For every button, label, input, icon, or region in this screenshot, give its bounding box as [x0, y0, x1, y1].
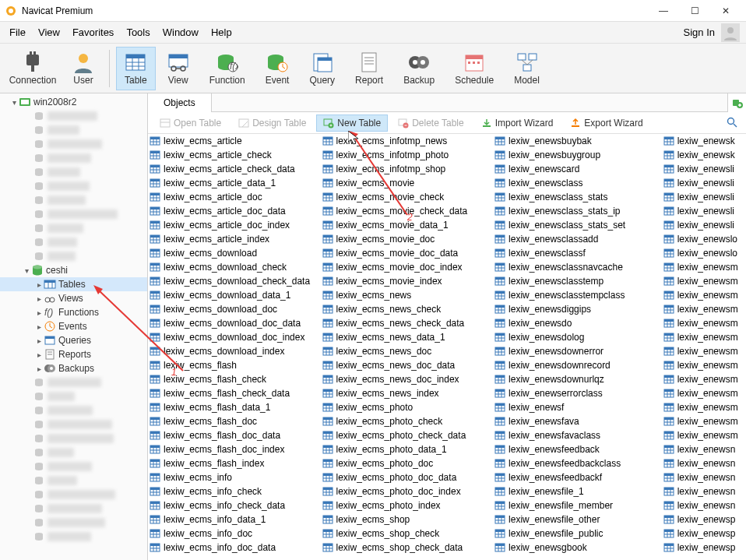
table-item[interactable]: lexiw_ecms_news: [321, 288, 494, 302]
ribbon-function-button[interactable]: f(x)Function: [201, 47, 254, 90]
tree-blurred-item[interactable]: [0, 123, 147, 137]
maximize-button[interactable]: ☐: [679, 0, 710, 22]
table-item[interactable]: lexiw_enewsm: [662, 386, 746, 400]
table-item[interactable]: lexiw_enewsli: [662, 176, 746, 190]
table-item[interactable]: lexiw_enewsm: [662, 260, 746, 274]
table-item[interactable]: lexiw_ecms_info: [148, 470, 321, 484]
ribbon-table-button[interactable]: Table: [116, 47, 156, 90]
table-item[interactable]: lexiw_ecms_flash_doc_index: [148, 442, 321, 456]
table-item[interactable]: lexiw_enewsli: [662, 162, 746, 176]
tree-node-backups[interactable]: ▸Backups: [0, 361, 147, 375]
ribbon-connection-button[interactable]: Connection: [5, 47, 61, 90]
table-item[interactable]: lexiw_ecms_movie_check_data: [321, 204, 494, 218]
menu-window[interactable]: Window: [157, 23, 205, 41]
table-item[interactable]: lexiw_ecms_info_doc_data: [148, 541, 321, 555]
table-item[interactable]: lexiw_enewsn: [662, 442, 746, 456]
table-item[interactable]: lexiw_enewsfile_member: [493, 498, 662, 512]
tab-objects[interactable]: Objects: [148, 93, 212, 112]
tree-connection-root[interactable]: ▾ win2008r2: [0, 95, 147, 109]
tree-node-views[interactable]: ▸Views: [0, 291, 147, 305]
table-item[interactable]: lexiw_enewsfile_1: [493, 484, 662, 498]
tree-blurred-item[interactable]: [0, 403, 147, 417]
table-item[interactable]: lexiw_ecms_download_doc_index: [148, 330, 321, 344]
table-item[interactable]: lexiw_enewsm: [662, 428, 746, 442]
table-item[interactable]: lexiw_ecms_info_data_1: [148, 512, 321, 527]
table-item[interactable]: lexiw_enewsm: [662, 414, 746, 428]
table-item[interactable]: lexiw_enewsfile_other: [493, 512, 662, 527]
ribbon-event-button[interactable]: Event: [257, 47, 298, 90]
tree-blurred-item[interactable]: [0, 488, 147, 502]
table-item[interactable]: lexiw_ecms_movie_doc_index: [321, 260, 494, 274]
table-item[interactable]: lexiw_ecms_download_check: [148, 260, 321, 274]
tree-blurred-item[interactable]: [0, 165, 147, 179]
table-item[interactable]: lexiw_enewsm: [662, 400, 746, 414]
table-item[interactable]: lexiw_ecms_download_index: [148, 344, 321, 358]
table-item[interactable]: lexiw_ecms_flash_data_1: [148, 400, 321, 414]
table-item[interactable]: lexiw_ecms_download: [148, 246, 321, 260]
table-item[interactable]: lexiw_ecms_photo: [321, 400, 494, 414]
table-item[interactable]: lexiw_enewsm: [662, 358, 746, 372]
table-item[interactable]: lexiw_enewsk: [662, 148, 746, 162]
tree-blurred-item[interactable]: [0, 207, 147, 221]
table-item[interactable]: lexiw_ecms_news_doc_index: [321, 372, 494, 386]
table-item[interactable]: lexiw_enewsn: [662, 498, 746, 512]
tree-blurred-item[interactable]: [0, 179, 147, 193]
table-item[interactable]: lexiw_ecms_download_doc_data: [148, 316, 321, 330]
table-item[interactable]: lexiw_ecms_photo_data_1: [321, 442, 494, 456]
close-button[interactable]: ✕: [710, 0, 741, 22]
table-item[interactable]: lexiw_ecms_photo_doc_index: [321, 484, 494, 498]
open-table-button[interactable]: Open Table: [153, 114, 228, 132]
tree-blurred-item[interactable]: [0, 431, 147, 446]
tree-node-tables[interactable]: ▸Tables: [0, 277, 147, 291]
menu-view[interactable]: View: [32, 23, 66, 41]
ribbon-user-button[interactable]: User: [64, 47, 103, 90]
table-item[interactable]: lexiw_enewsk: [662, 134, 746, 148]
table-item[interactable]: lexiw_ecms_info_check: [148, 484, 321, 498]
table-item[interactable]: lexiw_ecms_article_check: [148, 148, 321, 162]
new-table-button[interactable]: New Table: [316, 114, 388, 132]
table-item[interactable]: lexiw_ecms_article_doc_index: [148, 218, 321, 232]
tree-node-functions[interactable]: ▸f()Functions: [0, 305, 147, 319]
table-item[interactable]: lexiw_enewsdo: [493, 316, 662, 330]
table-item[interactable]: lexiw_enewsclass_stats: [493, 190, 662, 204]
tree-blurred-item[interactable]: [0, 221, 147, 235]
table-item[interactable]: lexiw_enewsfeedbackf: [493, 470, 662, 484]
ribbon-backup-button[interactable]: Backup: [395, 47, 443, 90]
table-item[interactable]: lexiw_enewsbuygroup: [493, 148, 662, 162]
table-item[interactable]: lexiw_ecms_download_doc: [148, 302, 321, 316]
tree-blurred-item[interactable]: [0, 460, 147, 474]
tree-blurred-item[interactable]: [0, 137, 147, 151]
table-item[interactable]: lexiw_ecms_article: [148, 134, 321, 148]
table-item[interactable]: lexiw_enewsm: [662, 344, 746, 358]
table-item[interactable]: lexiw_enewsclassf: [493, 246, 662, 260]
table-item[interactable]: lexiw_enewsn: [662, 484, 746, 498]
table-item[interactable]: lexiw_enewsf: [493, 400, 662, 414]
table-item[interactable]: lexiw_enewsdownerror: [493, 344, 662, 358]
table-item[interactable]: lexiw_ecms_flash_check_data: [148, 386, 321, 400]
table-item[interactable]: lexiw_ecms_download_data_1: [148, 288, 321, 302]
table-item[interactable]: lexiw_enewsclass_stats_set: [493, 218, 662, 232]
table-item[interactable]: lexiw_enewsfavaclass: [493, 428, 662, 442]
table-item[interactable]: lexiw_ecms_movie_doc: [321, 232, 494, 246]
tree-blurred-item[interactable]: [0, 446, 147, 460]
menu-file[interactable]: File: [3, 23, 32, 41]
ribbon-report-button[interactable]: Report: [347, 47, 392, 90]
table-item[interactable]: lexiw_ecms_news_doc_data: [321, 358, 494, 372]
table-item[interactable]: lexiw_ecms_infotmp_shop: [321, 162, 494, 176]
table-item[interactable]: lexiw_enewsp: [662, 541, 746, 555]
table-item[interactable]: lexiw_enewsclass: [493, 176, 662, 190]
table-item[interactable]: lexiw_enewsdownrecord: [493, 358, 662, 372]
table-item[interactable]: lexiw_ecms_news_data_1: [321, 330, 494, 344]
table-item[interactable]: lexiw_ecms_article_doc_data: [148, 204, 321, 218]
search-button[interactable]: [726, 116, 740, 130]
table-item[interactable]: lexiw_enewsfeedbackclass: [493, 456, 662, 470]
table-item[interactable]: lexiw_enewsm: [662, 330, 746, 344]
table-item[interactable]: lexiw_enewsdolog: [493, 330, 662, 344]
tree-blurred-item[interactable]: [0, 249, 147, 263]
table-item[interactable]: lexiw_ecms_infotmp_photo: [321, 148, 494, 162]
tree-blurred-item[interactable]: [0, 109, 147, 123]
table-item[interactable]: lexiw_enewsclassnavcache: [493, 260, 662, 274]
table-item[interactable]: lexiw_enewsli: [662, 204, 746, 218]
menu-help[interactable]: Help: [205, 23, 238, 41]
table-item[interactable]: lexiw_ecms_news_doc: [321, 344, 494, 358]
